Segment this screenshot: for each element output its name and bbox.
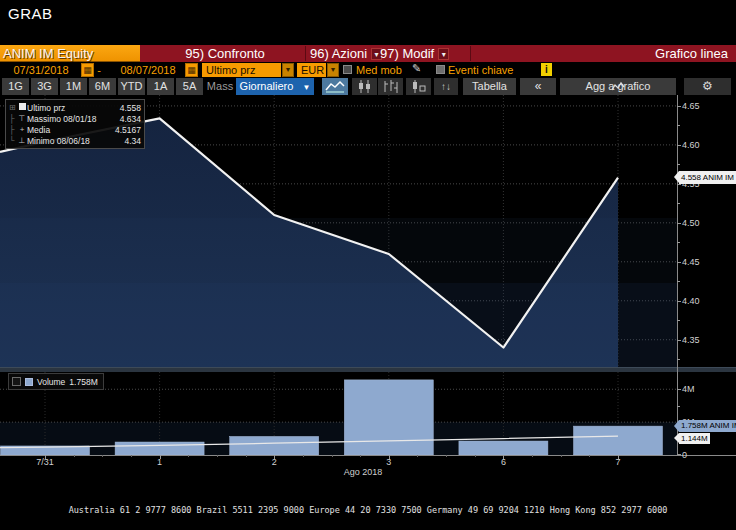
price-tick-label: 4.40 [682,296,700,306]
price-tick [677,340,681,341]
chevron-down-icon: ▼ [302,83,310,92]
line-chart-button[interactable] [322,78,348,95]
range-button-3g[interactable]: 3G [31,78,58,95]
chart-type-title: Grafico linea [655,45,728,62]
chevron-down-icon[interactable]: ▼ [327,63,339,77]
legend-marker-icon [17,103,27,112]
range-button-6m[interactable]: 6M [89,78,116,95]
range-button-5a[interactable]: 5A [176,78,203,95]
menu-modif-label: 97) Modif [380,45,434,62]
menu-azioni[interactable]: 96) Azioni ▾ [310,45,382,62]
date-to-input[interactable]: 08/07/2018 [112,63,184,77]
collapse-box-icon[interactable] [12,377,21,386]
x-tick [274,455,275,459]
x-minor-tick [561,455,562,457]
ohlc-bars-icon[interactable] [378,78,403,95]
menu-red-bar: 95) Confronto 96) Azioni ▾ 97) Modif ▾ G… [140,45,736,62]
chevron-down-icon[interactable]: ▼ [282,63,294,77]
med-mob-checkbox[interactable] [343,65,352,74]
date-from-input[interactable]: 07/31/2018 [2,63,80,77]
candle-volume-icon[interactable] [406,78,431,95]
volume-series-marker [25,378,33,386]
legend-row: ├+Media4.5167 [9,124,141,135]
price-tick-label: 4.45 [682,257,700,267]
tree-branch: └ [9,136,17,145]
calendar-icon[interactable]: ▦ [185,63,198,77]
x-minor-tick [589,455,590,457]
x-minor-tick [246,455,247,457]
med-mob-label: Med mob [356,63,402,77]
legend-row: └⊥Minimo 08/06/184.34 [9,135,141,146]
x-minor-tick [303,455,304,457]
price-tick [677,262,681,263]
price-tick [677,223,681,224]
range-button-1m[interactable]: 1M [60,78,87,95]
x-minor-tick [475,455,476,457]
menu-divider [305,46,306,61]
last-volume-tag: 1.758M ANIM IM [679,420,736,432]
mass-label[interactable]: Mass [205,78,235,95]
legend-label: Massimo 08/01/18 [27,114,120,124]
legend-value: 4.558 [120,103,141,113]
price-minor-tick [677,164,680,165]
range-button-1g[interactable]: 1G [2,78,29,95]
legend-value: 4.5167 [115,125,141,135]
volume-minor-tick [677,406,680,407]
collapse-box-icon[interactable]: ⊞ [9,103,17,112]
range-button-1a[interactable]: 1A [147,78,174,95]
bloomberg-terminal-window: GRAB ANIM IM Equity 95) Confronto 96) Az… [0,0,736,530]
x-minor-tick [217,455,218,457]
x-minor-tick [417,455,418,457]
menu-modif[interactable]: 97) Modif ▾ [380,45,449,62]
gear-icon[interactable]: ⚙ [684,78,731,95]
agg-a-grafico-button[interactable]: Agg a grafico [560,78,676,95]
x-minor-tick [332,455,333,457]
menu-confronto[interactable]: 95) Confronto [150,45,300,62]
price-tick-label: 4.35 [682,335,700,345]
currency-select[interactable]: EUR [297,63,326,77]
x-minor-tick [74,455,75,457]
volume-tick-label: 0 [682,450,687,460]
frequency-dropdown[interactable]: Giornaliero ▼ [236,78,314,95]
pencil-icon[interactable]: ✎ [412,62,421,75]
range-button-ytd[interactable]: YTD [118,78,145,95]
security-field[interactable]: ANIM IM Equity [0,45,140,62]
chevron-down-icon[interactable]: ▾ [438,48,449,60]
legend-label: Media [27,125,115,135]
price-tick-label: 4.60 [682,140,700,150]
x-tick [503,455,504,459]
legend-label: Minimo 08/06/18 [27,136,124,146]
candlestick-chart-icon[interactable] [352,78,377,95]
tabella-button[interactable]: Tabella [463,78,516,95]
x-minor-tick [360,455,361,457]
price-minor-tick [677,203,680,204]
volume-legend[interactable]: Volume 1.758M [8,373,104,390]
price-tick [677,145,681,146]
time-axis-line [0,455,736,456]
up-down-arrows-icon[interactable]: ↑↓ [434,78,458,95]
frequency-label: Giornaliero [240,80,294,92]
x-minor-tick [446,455,447,457]
x-minor-tick [188,455,189,457]
price-tick [677,106,681,107]
info-icon[interactable]: i [541,63,552,76]
legend-marker-icon: + [17,125,27,134]
price-minor-tick [677,125,680,126]
mini-chart-icon [611,81,625,92]
legend-marker-icon: ⊥ [17,136,27,145]
eventi-chiave-checkbox[interactable] [436,65,445,74]
price-tick [677,301,681,302]
legend-value: 4.34 [124,136,141,146]
volume-chart[interactable] [0,372,736,455]
price-field-select[interactable]: Ultimo prz [202,63,281,77]
calendar-icon[interactable]: ▦ [81,63,94,77]
eventi-chiave-label: Eventi chiave [448,63,513,77]
price-legend[interactable]: ⊞Ultimo prz4.558├⊤Massimo 08/01/184.634├… [5,99,145,149]
collapse-button[interactable]: « [520,78,556,95]
legend-row: ├⊤Massimo 08/01/184.634 [9,113,141,124]
legend-marker-icon: ⊤ [17,114,27,123]
x-minor-tick [532,455,533,457]
x-tick [160,455,161,459]
legend-row: ⊞Ultimo prz4.558 [9,102,141,113]
legend-value: 4.634 [120,114,141,124]
